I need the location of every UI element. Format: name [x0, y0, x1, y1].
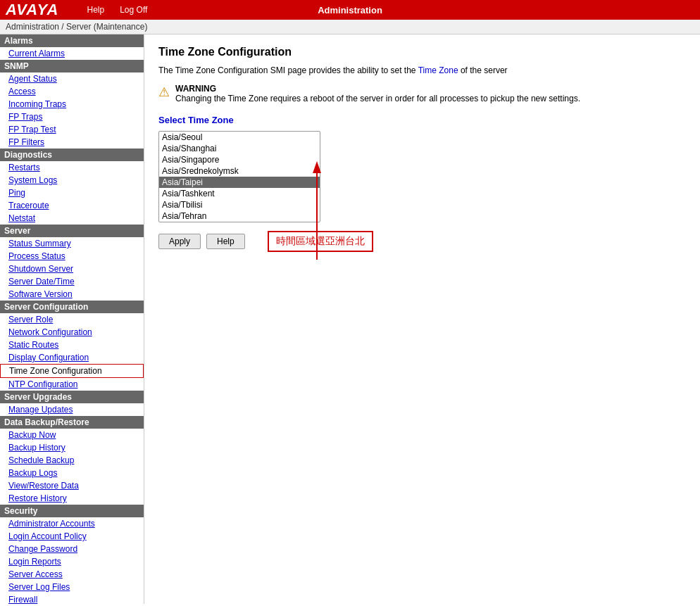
help-link[interactable]: Help: [87, 5, 104, 15]
sidebar-item-fp-traps[interactable]: FP Traps: [0, 111, 144, 123]
sidebar-item-restarts[interactable]: Restarts: [0, 161, 144, 174]
sidebar-item-system-logs[interactable]: System Logs: [0, 174, 144, 187]
help-button[interactable]: Help: [206, 234, 245, 249]
annotation-area: 時間區域選亞洲台北: [256, 231, 373, 252]
sidebar-item-access[interactable]: Access: [0, 85, 144, 98]
top-nav: Help Log Off: [87, 5, 156, 15]
main-layout: AlarmsCurrent AlarmsSNMPAgent StatusAcce…: [0, 34, 700, 604]
sidebar-item-server-date-time[interactable]: Server Date/Time: [0, 275, 144, 288]
sidebar-section-alarms: Alarms: [0, 34, 144, 47]
apply-button[interactable]: Apply: [158, 234, 201, 249]
sidebar-item-current-alarms[interactable]: Current Alarms: [0, 47, 144, 60]
sidebar-item-agent-status[interactable]: Agent Status: [0, 72, 144, 85]
sidebar-item-software-version[interactable]: Software Version: [0, 288, 144, 301]
admin-title: Administration: [318, 5, 382, 15]
sidebar-item-view-restore-data[interactable]: View/Restore Data: [0, 479, 144, 492]
sidebar-section-snmp: SNMP: [0, 60, 144, 72]
content-area: Time Zone Configuration The Time Zone Co…: [144, 34, 700, 604]
sidebar-item-status-summary[interactable]: Status Summary: [0, 237, 144, 250]
sidebar-item-server-role[interactable]: Server Role: [0, 313, 144, 326]
description: The Time Zone Configuration SMI page pro…: [158, 65, 686, 75]
annotation-arrow: [310, 151, 451, 270]
sidebar-item-ntp-configuration[interactable]: NTP Configuration: [0, 378, 144, 391]
timezone-link[interactable]: Time Zone: [418, 65, 458, 75]
page-title: Time Zone Configuration: [158, 46, 686, 58]
sidebar-item-process-status[interactable]: Process Status: [0, 250, 144, 263]
select-timezone-label: Select Time Zone: [158, 115, 686, 125]
sidebar-item-backup-logs[interactable]: Backup Logs: [0, 467, 144, 479]
sidebar-item-traceroute[interactable]: Traceroute: [0, 199, 144, 212]
warning-box: ⚠ WARNING Changing the Time Zone require…: [158, 84, 686, 103]
sidebar-item-netstat[interactable]: Netstat: [0, 212, 144, 225]
sidebar-item-manage-updates[interactable]: Manage Updates: [0, 403, 144, 416]
sidebar-item-shutdown-server[interactable]: Shutdown Server: [0, 263, 144, 275]
warning-text: WARNING Changing the Time Zone requires …: [175, 84, 580, 103]
sidebar-item-administrator-accounts[interactable]: Administrator Accounts: [0, 517, 144, 530]
sidebar-section-server-configuration: Server Configuration: [0, 301, 144, 313]
sidebar-section-server-upgrades: Server Upgrades: [0, 391, 144, 403]
sidebar-item-ping[interactable]: Ping: [0, 187, 144, 199]
sidebar-section-diagnostics: Diagnostics: [0, 149, 144, 161]
sidebar-item-display-configuration[interactable]: Display Configuration: [0, 351, 144, 364]
sidebar-item-server-access[interactable]: Server Access: [0, 568, 144, 581]
sidebar-item-firewall[interactable]: Firewall: [0, 593, 144, 604]
sidebar-item-change-password[interactable]: Change Password: [0, 543, 144, 555]
sidebar: AlarmsCurrent AlarmsSNMPAgent StatusAcce…: [0, 34, 144, 604]
sidebar-section-server: Server: [0, 225, 144, 237]
breadcrumb: Administration / Server (Maintenance): [0, 20, 700, 34]
sidebar-item-backup-now[interactable]: Backup Now: [0, 429, 144, 441]
button-row: Apply Help 時間區域選亞洲台北: [158, 231, 686, 252]
sidebar-item-fp-filters[interactable]: FP Filters: [0, 136, 144, 149]
sidebar-item-login-account-policy[interactable]: Login Account Policy: [0, 530, 144, 543]
sidebar-item-server-log-files[interactable]: Server Log Files: [0, 581, 144, 593]
sidebar-section-security: Security: [0, 505, 144, 517]
sidebar-item-backup-history[interactable]: Backup History: [0, 441, 144, 454]
sidebar-item-schedule-backup[interactable]: Schedule Backup: [0, 454, 144, 467]
annotation-label: 時間區域選亞洲台北: [268, 231, 373, 252]
warning-icon: ⚠: [158, 84, 170, 100]
timezone-select[interactable]: Asia/SeoulAsia/ShanghaiAsia/SingaporeAsi…: [158, 131, 320, 222]
sidebar-item-fp-trap-test[interactable]: FP Trap Test: [0, 123, 144, 136]
sidebar-item-network-configuration[interactable]: Network Configuration: [0, 326, 144, 339]
sidebar-item-login-reports[interactable]: Login Reports: [0, 555, 144, 568]
sidebar-section-data-backup-restore: Data Backup/Restore: [0, 416, 144, 429]
sidebar-item-restore-history[interactable]: Restore History: [0, 492, 144, 505]
sidebar-item-static-routes[interactable]: Static Routes: [0, 339, 144, 351]
logoff-link[interactable]: Log Off: [120, 5, 147, 15]
sidebar-item-incoming-traps[interactable]: Incoming Traps: [0, 98, 144, 111]
top-bar: AVAYA Administration Help Log Off: [0, 0, 700, 20]
avaya-logo: AVAYA: [6, 1, 58, 19]
sidebar-item-time-zone-configuration[interactable]: Time Zone Configuration: [0, 364, 144, 378]
